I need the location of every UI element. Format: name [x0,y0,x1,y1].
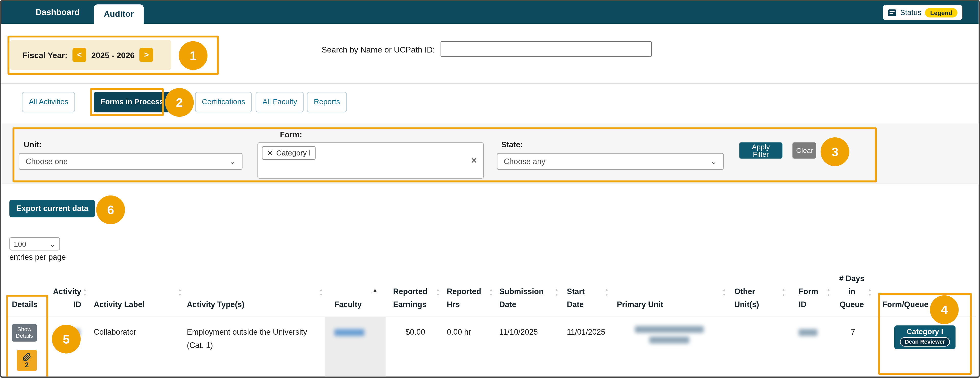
cell-submission-date: 11/10/2025 [495,317,560,378]
table-row: Show Details 2 Collaborator Employment o… [6,317,976,378]
form-queue-button[interactable]: Category I Dean Reviewer [894,325,956,349]
top-nav-bar: Dashboard Auditor Status Legend [1,1,979,24]
unit-select[interactable]: Choose one ⌄ [19,153,243,170]
paperclip-icon [22,353,31,361]
sort-icon: ▲▼ [555,288,559,297]
col-header-label: Form/Queue [882,299,928,311]
col-header-label: Reported Earnings [393,286,431,312]
page-size-select[interactable]: 100 ⌄ [10,237,60,250]
col-header-activity-label[interactable]: Activity Label▲▼ [89,274,184,317]
remove-tag-icon[interactable]: ✕ [267,149,273,157]
cell-primary-unit [611,317,728,378]
col-header-label: Start Date [567,286,592,312]
nav-dashboard-link[interactable]: Dashboard [36,1,80,24]
cell-form-id [788,317,832,378]
tab-reports[interactable]: Reports [307,92,347,113]
sort-icon: ▲▼ [83,288,87,297]
col-header-details: Details [6,274,50,317]
auditor-page: Dashboard Auditor Status Legend Fiscal Y… [0,0,980,378]
cell-details: Show Details 2 [6,317,50,378]
cell-faculty [325,317,386,378]
col-header-label: Activity Type(s) [187,299,245,311]
col-header-activity-id[interactable]: Activity ID▲▼ [50,274,89,317]
sort-icon: ▲▼ [868,288,872,297]
col-header-days-in-queue[interactable]: # Days in Queue▲▼ [832,274,873,317]
col-header-label: Submission Date [500,286,544,312]
col-header-label: Primary Unit [617,299,663,311]
nav-auditor-tab[interactable]: Auditor [94,4,144,24]
sort-icon: ▲▼ [319,288,323,297]
cell-activity-id [50,317,89,378]
col-header-start-date[interactable]: Start Date▲▼ [561,274,611,317]
tab-all-activities[interactable]: All Activities [22,92,75,113]
page-size-value: 100 [14,240,26,248]
sort-icon: ▲▼ [605,288,609,297]
tab-certifications[interactable]: Certifications [195,92,252,113]
cell-reported-earnings: $0.00 [386,317,442,378]
cell-start-date: 11/01/2025 [561,317,611,378]
col-header-label: Form ID [799,286,820,312]
forms-table: Details Activity ID▲▼ Activity Label▲▼ A… [6,274,976,378]
cell-activity-label: Collaborator [89,317,184,378]
fiscal-year-next-button[interactable]: > [140,48,153,62]
redacted-primary-unit-line1 [635,326,704,333]
cell-other-units [728,317,788,378]
col-header-form-queue: Form/Queue [873,274,976,317]
callout-circle-6: 6 [96,195,125,224]
redacted-activity-id [64,329,80,336]
fiscal-year-prev-button[interactable]: < [72,48,86,62]
col-header-activity-types[interactable]: Activity Type(s)▲▼ [184,274,325,317]
col-header-other-units[interactable]: Other Unit(s)▲▼ [728,274,788,317]
state-select[interactable]: Choose any ⌄ [497,153,724,170]
cell-activity-types: Employment outside the University (Cat. … [184,317,325,378]
col-header-label: Other Unit(s) [734,286,762,312]
col-header-submission-date[interactable]: Submission Date▲▼ [495,274,560,317]
sort-icon: ▲▼ [722,288,726,297]
form-tag-label: Category I [276,149,311,157]
sort-icon: ▲▼ [826,288,830,297]
chevron-down-icon: ⌄ [229,158,236,165]
fiscal-year-value: 2025 - 2026 [91,50,135,60]
clear-filter-button[interactable]: Clear [792,143,816,159]
filter-panel: Unit: Choose one ⌄ Form: ✕ Category I ✕ … [1,124,979,184]
tab-all-faculty[interactable]: All Faculty [256,92,304,113]
form-filter-label: Form: [280,130,302,139]
export-current-data-button[interactable]: Export current data [10,200,95,218]
attachment-count: 2 [25,361,29,368]
section-tabs: All Activities Forms in Process Certific… [1,91,979,119]
cell-reported-hrs: 0.00 hr [442,317,495,378]
search-label: Search by Name or UCPath ID: [321,45,435,54]
form-multiselect[interactable]: ✕ Category I ✕ [258,143,484,179]
sort-icon: ▲▼ [178,288,182,297]
fiscal-year-section: Fiscal Year: < 2025 - 2026 > Search by N… [1,24,979,84]
sort-icon: ▲▼ [489,288,493,297]
cell-days-in-queue: 7 [832,317,873,378]
apply-filter-button[interactable]: Apply Filter [739,143,782,159]
col-header-label: Details [12,299,38,311]
legend-icon [888,9,896,16]
unit-select-value: Choose one [25,157,68,166]
state-select-value: Choose any [504,157,545,166]
redacted-primary-unit-line2 [649,337,689,344]
clear-form-select-icon[interactable]: ✕ [471,156,477,165]
form-selected-tag: ✕ Category I [262,146,316,160]
entries-per-page-label: entries per page [10,253,66,262]
col-header-faculty[interactable]: Faculty▲ [325,274,386,317]
col-header-label: Activity ID [53,286,81,312]
col-header-form-id[interactable]: Form ID▲▼ [788,274,832,317]
search-input[interactable] [441,41,652,57]
col-header-label: Reported Hrs [447,286,484,312]
redacted-faculty-link[interactable] [334,329,364,336]
form-queue-label: Category I [907,328,943,336]
col-header-primary-unit[interactable]: Primary Unit▲▼ [611,274,728,317]
status-legend-button[interactable]: Status Legend [883,5,963,20]
fiscal-year-label: Fiscal Year: [22,50,68,60]
col-header-reported-earnings[interactable]: Reported Earnings▲▼ [386,274,442,317]
unit-filter-label: Unit: [24,140,41,149]
chevron-down-icon: ⌄ [710,158,717,165]
show-details-button[interactable]: Show Details [12,324,37,342]
attachments-button[interactable]: 2 [17,350,37,371]
form-queue-state-badge: Dean Reviewer [900,337,950,347]
col-header-reported-hrs[interactable]: Reported Hrs▲▼ [442,274,495,317]
tab-forms-in-process[interactable]: Forms in Process [94,92,171,113]
